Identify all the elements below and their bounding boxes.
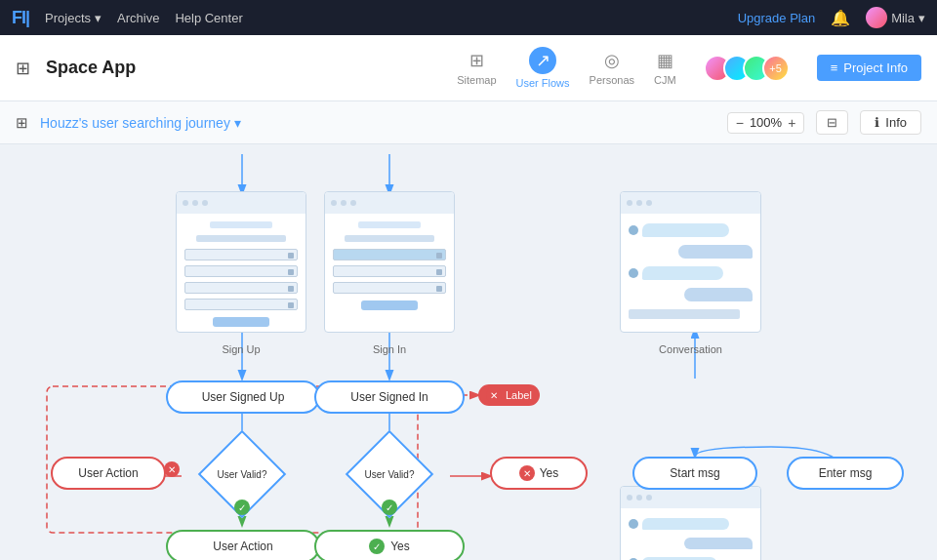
x-icon: ✕: [486, 387, 502, 403]
user-action-bottom[interactable]: User Action: [166, 530, 320, 560]
tab-cjm[interactable]: ▦ CJM: [654, 50, 676, 86]
user-action-shape[interactable]: User Action: [51, 457, 166, 490]
chevron-down-icon: ▾: [918, 11, 925, 25]
user-signed-in-shape[interactable]: User Signed In: [314, 380, 465, 414]
flow-canvas: Sign Up Sign In Conversation: [0, 144, 937, 560]
check-icon-3: ✓: [369, 539, 385, 554]
check-badge-2: ✓: [382, 500, 397, 515]
nav-upgrade[interactable]: Upgrade Plan: [738, 11, 816, 25]
label-badge[interactable]: ✕ Label: [478, 384, 540, 406]
collaborators-avatars[interactable]: +5: [704, 55, 790, 82]
bell-icon[interactable]: 🔔: [831, 9, 850, 27]
user-valid-diamond-1[interactable]: User Valid?: [211, 443, 273, 505]
info-icon: ≡: [831, 60, 838, 75]
canvas-toolbar: ⊞ Houzz's user searching journey ▾ − 100…: [0, 101, 937, 144]
yes-bottom[interactable]: ✓ Yes: [314, 530, 465, 560]
flow-icon: ⊞: [16, 114, 28, 132]
chevron-down-icon: ▾: [234, 115, 241, 131]
wireframe-signup-label: Sign Up: [176, 343, 306, 355]
check-badge: ✓: [234, 500, 250, 515]
personas-icon: ◎: [604, 50, 620, 71]
project-info-button[interactable]: ≡ Project Info: [817, 55, 921, 81]
wireframe-signin-label: Sign In: [324, 343, 455, 355]
enter-msg-shape[interactable]: Enter msg: [787, 457, 904, 490]
wireframe-conversation-label: Conversation: [620, 343, 761, 355]
cjm-icon: ▦: [657, 50, 673, 71]
zoom-in-button[interactable]: +: [788, 115, 795, 131]
tab-sitemap[interactable]: ⊞ Sitemap: [457, 50, 496, 86]
wireframe-chat-2: [620, 486, 761, 560]
app-logo: FI|: [12, 8, 29, 28]
x-connector: ✕: [164, 461, 180, 477]
avatar-count: +5: [762, 55, 790, 82]
nav-projects[interactable]: Projects ▾: [45, 11, 102, 25]
chevron-down-icon: ▾: [95, 11, 102, 25]
yes-badge[interactable]: ✕ Yes: [490, 457, 588, 490]
wireframe-conversation: [620, 191, 761, 333]
top-navigation: FI| Projects ▾ Archive Help Center Upgra…: [0, 0, 937, 35]
user-menu[interactable]: Mila ▾: [866, 7, 925, 28]
filter-button[interactable]: ⊟: [816, 110, 848, 135]
wireframe-signup: [176, 191, 306, 333]
tab-personas[interactable]: ◎ Personas: [590, 50, 634, 86]
zoom-controls: − 100% +: [727, 112, 805, 134]
start-msg-shape[interactable]: Start msg: [632, 457, 757, 490]
project-title: Space App: [46, 58, 136, 78]
nav-archive[interactable]: Archive: [117, 11, 159, 25]
zoom-out-button[interactable]: −: [736, 115, 744, 131]
check-icon-2: ✓: [382, 500, 397, 515]
info-button[interactable]: ℹ Info: [860, 110, 921, 135]
sitemap-icon: ⊞: [469, 50, 484, 71]
tab-user-flows[interactable]: ↗ User Flows: [516, 47, 570, 89]
user-flows-icon: ↗: [529, 47, 556, 74]
main-toolbar: ⊞ Space App ⊞ Sitemap ↗ User Flows ◎ Per…: [0, 35, 937, 101]
filter-icon: ⊟: [827, 115, 837, 130]
grid-icon: ⊞: [16, 58, 30, 79]
wireframe-signin: [324, 191, 455, 333]
user-signed-up-shape[interactable]: User Signed Up: [166, 380, 320, 414]
x-icon-connector: ✕: [164, 461, 180, 477]
zoom-level: 100%: [750, 115, 782, 130]
check-icon: ✓: [234, 500, 250, 515]
view-tabs: ⊞ Sitemap ↗ User Flows ◎ Personas ▦ CJM: [457, 47, 675, 89]
flow-arrows: [0, 144, 937, 560]
user-valid-diamond-2[interactable]: User Valid?: [358, 443, 421, 505]
user-avatar: [866, 7, 887, 28]
flow-title[interactable]: Houzz's user searching journey ▾: [40, 115, 241, 131]
nav-help[interactable]: Help Center: [175, 11, 242, 25]
info-icon: ℹ: [875, 115, 879, 130]
x-icon: ✕: [519, 465, 535, 481]
